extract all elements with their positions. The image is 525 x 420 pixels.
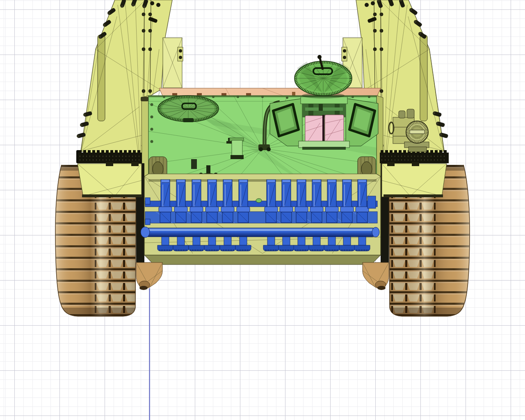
left-final-drive[interactable] (136, 262, 162, 290)
deck-small-post (191, 159, 197, 169)
right-mudguard[interactable] (382, 162, 447, 197)
torsion-tube[interactable] (141, 227, 379, 237)
right-track-run[interactable] (380, 152, 449, 163)
left-hatch-dish[interactable] (158, 96, 219, 122)
right-rear-panel (420, 35, 427, 121)
model-canvas (0, 0, 525, 420)
left-mudguard[interactable] (78, 162, 142, 197)
hull-bevel (144, 255, 381, 265)
center-radar-pedestal[interactable] (270, 97, 378, 150)
left-side-box (163, 38, 183, 88)
cad-viewport[interactable] (0, 0, 525, 420)
pink-equipment-boxes[interactable] (305, 115, 344, 142)
left-rear-panel (98, 35, 105, 121)
deck-green-box (230, 138, 244, 159)
right-final-drive[interactable] (363, 262, 389, 290)
pedestal-sill (299, 141, 349, 148)
